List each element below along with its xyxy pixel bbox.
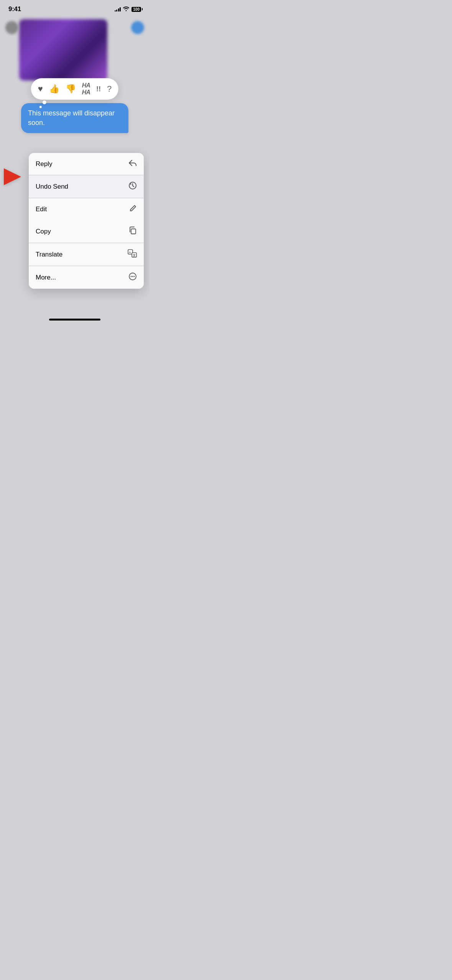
menu-label-reply: Reply <box>36 160 52 168</box>
status-bar: 9:41 100 <box>0 0 150 15</box>
menu-item-undo-send[interactable]: Undo Send <box>29 175 144 198</box>
status-icons: 100 <box>115 7 141 12</box>
reaction-question[interactable]: ? <box>107 84 112 94</box>
menu-label-edit: Edit <box>36 206 47 213</box>
menu-item-more[interactable]: More... <box>29 266 144 289</box>
main-content: ♥ 👍 👎 HAHA !! ? This message will disapp… <box>0 17 150 324</box>
menu-label-undo-send: Undo Send <box>36 183 68 191</box>
context-menu: Reply Undo Send <box>29 153 144 289</box>
reaction-tail <box>43 100 46 104</box>
signal-icon <box>115 7 121 12</box>
reply-icon <box>128 159 137 169</box>
reaction-bar[interactable]: ♥ 👍 👎 HAHA !! ? <box>31 78 118 100</box>
menu-group-2: Copy Translate A 文 <box>29 220 144 289</box>
reaction-heart[interactable]: ♥ <box>38 84 43 94</box>
home-indicator <box>49 319 100 321</box>
svg-point-7 <box>131 276 132 277</box>
undo-send-icon <box>128 181 137 192</box>
svg-rect-1 <box>131 229 136 234</box>
message-bubble: This message will disappear soon. <box>21 103 128 133</box>
menu-label-copy: Copy <box>36 228 51 235</box>
menu-label-more: More... <box>36 274 56 281</box>
red-arrow-shape <box>4 168 21 185</box>
wifi-icon <box>123 7 129 12</box>
reaction-haha[interactable]: HAHA <box>82 82 90 96</box>
menu-label-translate: Translate <box>36 251 62 258</box>
reaction-tail2 <box>39 106 42 108</box>
more-icon <box>128 272 137 283</box>
svg-text:A: A <box>129 251 131 254</box>
menu-item-translate[interactable]: Translate A 文 <box>29 243 144 266</box>
reaction-emphasis[interactable]: !! <box>96 85 101 93</box>
menu-item-copy[interactable]: Copy <box>29 220 144 243</box>
copy-icon <box>128 226 137 237</box>
edit-icon <box>129 204 137 214</box>
translate-icon: A 文 <box>128 249 137 260</box>
svg-point-9 <box>134 276 135 277</box>
menu-item-reply[interactable]: Reply <box>29 153 144 175</box>
undo-send-arrow <box>4 168 21 185</box>
message-text: This message will disappear soon. <box>28 109 115 127</box>
battery-icon: 100 <box>131 7 141 12</box>
reaction-thumbs-down[interactable]: 👎 <box>66 84 76 94</box>
svg-text:文: 文 <box>133 253 136 257</box>
svg-point-8 <box>132 276 133 277</box>
menu-item-edit[interactable]: Edit <box>29 198 144 220</box>
menu-group-1: Reply Undo Send <box>29 153 144 220</box>
reaction-thumbs-up[interactable]: 👍 <box>49 84 59 94</box>
status-time: 9:41 <box>8 5 21 13</box>
